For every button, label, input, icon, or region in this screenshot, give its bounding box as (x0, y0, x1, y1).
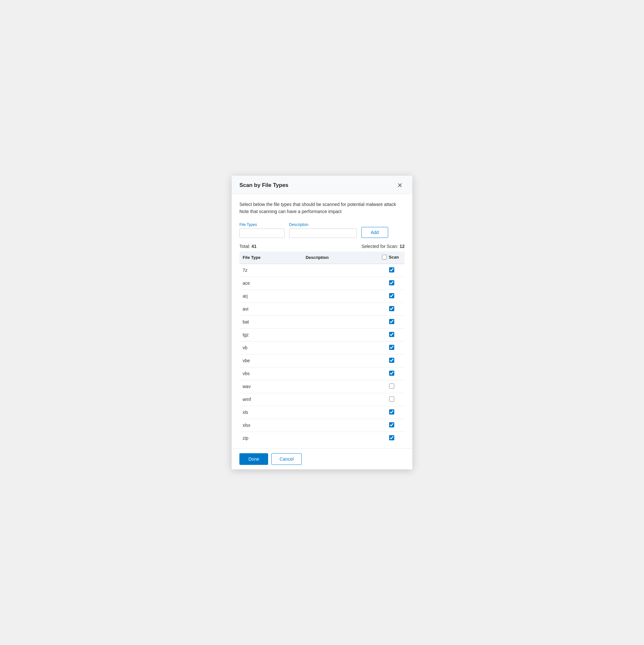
file-types-table: File Type Description Scan 7zacearjaviba… (239, 251, 405, 445)
cell-scan (379, 380, 405, 393)
cell-scan (379, 432, 405, 445)
table-row: xlsx (239, 419, 405, 432)
cell-file-type: xlsx (239, 419, 302, 432)
dialog-footer: Done Cancel (232, 448, 412, 469)
cell-file-type: arj (239, 289, 302, 302)
description-text: Select below the file types that should … (239, 201, 405, 215)
table-row: vbs (239, 367, 405, 380)
cell-file-type: ace (239, 277, 302, 289)
cell-description (302, 354, 379, 367)
file-types-label: File Types (239, 222, 285, 227)
table-row: tgz (239, 328, 405, 341)
scan-checkbox[interactable] (389, 267, 394, 272)
description-field: Description (289, 222, 357, 238)
scan-by-file-types-dialog: Scan by File Types ✕ Select below the fi… (232, 176, 412, 469)
add-button[interactable]: Add (361, 227, 388, 238)
col-header-scan: Scan (379, 251, 405, 264)
cell-description (302, 432, 379, 445)
selected-count: Selected for Scan: 12 (361, 244, 405, 249)
cell-scan (379, 393, 405, 406)
file-types-field: File Types (239, 222, 285, 238)
cell-description (302, 328, 379, 341)
cell-description (302, 277, 379, 289)
table-row: vb (239, 341, 405, 354)
cell-scan (379, 277, 405, 289)
table-header-row: File Type Description Scan (239, 251, 405, 264)
cell-scan (379, 406, 405, 419)
description-label: Description (289, 222, 357, 227)
cell-scan (379, 419, 405, 432)
cell-file-type: vb (239, 341, 302, 354)
total-count: Total: 41 (239, 244, 257, 249)
table-row: zip (239, 432, 405, 445)
dialog-title: Scan by File Types (239, 182, 288, 189)
cell-scan (379, 289, 405, 302)
done-button[interactable]: Done (239, 453, 268, 465)
cell-description (302, 315, 379, 328)
cell-scan (379, 328, 405, 341)
cell-file-type: wmf (239, 393, 302, 406)
cell-file-type: tgz (239, 328, 302, 341)
cell-file-type: wav (239, 380, 302, 393)
cell-description (302, 419, 379, 432)
file-types-input[interactable] (239, 229, 285, 238)
cell-description (302, 264, 379, 277)
table-row: arj (239, 289, 405, 302)
cancel-button[interactable]: Cancel (271, 453, 302, 465)
scan-checkbox[interactable] (389, 396, 394, 402)
cell-file-type: avi (239, 302, 302, 315)
scan-checkbox[interactable] (389, 371, 394, 376)
dialog-header: Scan by File Types ✕ (232, 176, 412, 194)
scan-checkbox[interactable] (389, 384, 394, 389)
scan-header-checkbox[interactable] (382, 255, 387, 259)
scan-checkbox[interactable] (389, 409, 394, 415)
cell-scan (379, 341, 405, 354)
close-button[interactable]: ✕ (395, 181, 405, 189)
cell-scan (379, 302, 405, 315)
cell-description (302, 380, 379, 393)
cell-scan (379, 315, 405, 328)
col-header-file-type: File Type (239, 251, 302, 264)
cell-file-type: 7z (239, 264, 302, 277)
scan-checkbox[interactable] (389, 345, 394, 350)
scan-checkbox[interactable] (389, 358, 394, 363)
description-input[interactable] (289, 229, 357, 238)
scan-checkbox[interactable] (389, 280, 394, 285)
cell-scan (379, 354, 405, 367)
cell-file-type: vbe (239, 354, 302, 367)
cell-description (302, 406, 379, 419)
col-header-description: Description (302, 251, 379, 264)
cell-file-type: xls (239, 406, 302, 419)
table-row: 7z (239, 264, 405, 277)
cell-description (302, 367, 379, 380)
cell-scan (379, 367, 405, 380)
cell-file-type: bat (239, 315, 302, 328)
stats-row: Total: 41 Selected for Scan: 12 (239, 244, 405, 249)
table-row: vbe (239, 354, 405, 367)
scan-checkbox[interactable] (389, 422, 394, 427)
cell-file-type: zip (239, 432, 302, 445)
table-row: wmf (239, 393, 405, 406)
cell-file-type: vbs (239, 367, 302, 380)
scan-checkbox[interactable] (389, 332, 394, 337)
table-row: xls (239, 406, 405, 419)
table-row: ace (239, 277, 405, 289)
table-row: avi (239, 302, 405, 315)
scan-checkbox[interactable] (389, 306, 394, 311)
scan-checkbox[interactable] (389, 435, 394, 440)
cell-description (302, 393, 379, 406)
scan-checkbox[interactable] (389, 293, 394, 298)
table-row: bat (239, 315, 405, 328)
cell-description (302, 302, 379, 315)
cell-description (302, 341, 379, 354)
dialog-body: Select below the file types that should … (232, 194, 412, 448)
form-row: File Types Description Add (239, 222, 405, 238)
table-row: wav (239, 380, 405, 393)
cell-description (302, 289, 379, 302)
scan-checkbox[interactable] (389, 319, 394, 324)
cell-scan (379, 264, 405, 277)
